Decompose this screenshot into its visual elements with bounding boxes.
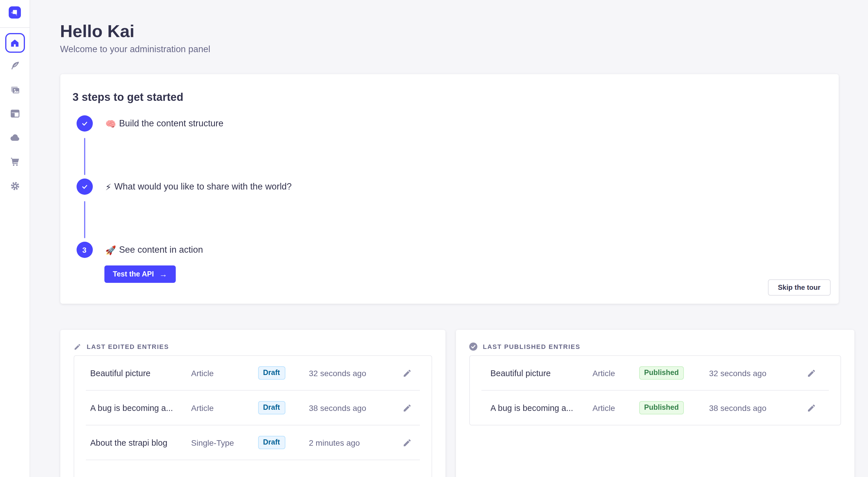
step-1-check-circle <box>76 115 93 132</box>
step-connector-line <box>84 138 85 175</box>
strapi-admin-homepage: Hello Kai Welcome to your administration… <box>0 0 868 477</box>
brain-emoji-icon: 🧠 <box>105 119 116 128</box>
step-connector-line <box>84 201 85 238</box>
last-published-header: LAST PUBLISHED ENTRIES <box>469 343 841 351</box>
sidebar-item-deploy[interactable] <box>9 132 20 143</box>
table-row: Beautiful picture Article Published 32 s… <box>469 356 840 390</box>
last-edited-table: Beautiful picture Article Draft 32 secon… <box>73 355 432 477</box>
check-circle-icon <box>469 343 477 351</box>
entry-type: Article <box>592 403 639 412</box>
pencil-icon <box>402 438 411 447</box>
last-edited-title: LAST EDITED ENTRIES <box>87 343 169 350</box>
step-3-text: See content in action <box>119 245 203 255</box>
sidebar-item-marketplace[interactable] <box>9 157 20 167</box>
edit-entry-button[interactable] <box>803 400 819 416</box>
sidebar-item-content-manager[interactable] <box>9 108 20 119</box>
pencil-icon <box>807 403 816 412</box>
status-badge: Published <box>639 401 684 414</box>
main-content: Hello Kai Welcome to your administration… <box>30 0 868 477</box>
last-edited-entries-card: LAST EDITED ENTRIES Beautiful picture Ar… <box>60 330 445 477</box>
onboarding-card: 3 steps to get started 🧠 Build the conte… <box>60 74 838 304</box>
entry-title: A bug is becoming a... <box>490 403 592 412</box>
check-icon <box>80 182 89 191</box>
status-badge: Draft <box>258 401 285 414</box>
test-api-label: Test the API <box>113 270 154 278</box>
sidebar <box>0 0 30 477</box>
step-1-text: Build the content structure <box>119 118 223 129</box>
sidebar-item-settings[interactable] <box>9 180 20 191</box>
edit-entry-button[interactable] <box>803 365 819 381</box>
step-2-label: ⚡ What would you like to share with the … <box>105 180 292 193</box>
sidebar-item-media-library[interactable] <box>9 84 20 95</box>
step-1-label: 🧠 Build the content structure <box>105 117 224 130</box>
gear-icon <box>9 180 20 191</box>
table-row: A bug is becoming a... Article Published… <box>469 390 840 425</box>
entry-time: 32 seconds ago <box>309 368 399 378</box>
arrow-right-icon: → <box>159 270 167 279</box>
step-2-check-circle <box>76 178 93 195</box>
rocket-emoji-icon: 🚀 <box>105 245 116 254</box>
pencil-icon <box>402 368 411 378</box>
step-3-number-circle: 3 <box>76 242 93 258</box>
page-title: Hello Kai <box>60 22 838 41</box>
pencil-icon <box>402 403 411 412</box>
check-icon <box>80 120 89 128</box>
edit-entry-button[interactable] <box>399 365 415 381</box>
table-row: About the strapi blog Single-Type Draft … <box>74 425 431 459</box>
edit-entry-button[interactable] <box>399 400 415 416</box>
last-published-entries-card: LAST PUBLISHED ENTRIES Beautiful picture… <box>456 330 854 477</box>
entry-time: 38 seconds ago <box>309 403 399 412</box>
step-3-number: 3 <box>82 245 86 254</box>
last-published-table: Beautiful picture Article Published 32 s… <box>469 355 841 425</box>
entries-section: LAST EDITED ENTRIES Beautiful picture Ar… <box>60 330 838 477</box>
entry-type: Article <box>191 403 258 412</box>
status-badge: Published <box>639 366 684 380</box>
entry-title: A bug is becoming a... <box>90 403 191 412</box>
status-badge: Draft <box>258 436 285 449</box>
edit-entry-button[interactable] <box>399 434 415 451</box>
page-subtitle: Welcome to your administration panel <box>60 43 838 56</box>
skip-the-tour-button[interactable]: Skip the tour <box>768 279 830 296</box>
lightning-emoji-icon: ⚡ <box>105 182 111 191</box>
step-3-label: 🚀 See content in action <box>105 243 203 256</box>
entry-time: 2 minutes ago <box>309 438 399 447</box>
entry-title: About the strapi blog <box>90 438 191 447</box>
sidebar-item-home[interactable] <box>5 33 25 53</box>
status-badge: Draft <box>258 366 285 380</box>
cloud-icon <box>9 132 20 143</box>
media-library-icon <box>9 84 20 95</box>
entry-type: Article <box>191 368 258 378</box>
entry-title: Beautiful picture <box>90 368 191 378</box>
pencil-icon <box>807 368 816 378</box>
entry-time: 38 seconds ago <box>709 403 803 412</box>
table-row: A bug is becoming a... Article Draft 38 … <box>74 390 431 425</box>
sidebar-divider <box>0 27 30 28</box>
entry-time: 32 seconds ago <box>709 368 803 378</box>
step-2-text: What would you like to share with the wo… <box>114 181 292 192</box>
entry-type: Article <box>592 368 639 378</box>
onboarding-title: 3 steps to get started <box>72 91 183 104</box>
strapi-logo-icon[interactable] <box>9 6 21 19</box>
entry-type: Single-Type <box>191 438 258 447</box>
layout-icon <box>9 108 20 119</box>
home-icon <box>10 38 20 48</box>
last-published-title: LAST PUBLISHED ENTRIES <box>483 343 580 350</box>
test-the-api-button[interactable]: Test the API → <box>104 266 176 283</box>
cart-icon <box>9 157 20 167</box>
sidebar-item-content-type-builder[interactable] <box>9 60 20 71</box>
row-divider <box>86 459 420 460</box>
table-row: Beautiful picture Article Draft 32 secon… <box>74 356 431 390</box>
entry-title: Beautiful picture <box>490 368 592 378</box>
pencil-icon <box>73 343 81 350</box>
feather-icon <box>9 60 20 71</box>
last-edited-header: LAST EDITED ENTRIES <box>73 343 432 351</box>
